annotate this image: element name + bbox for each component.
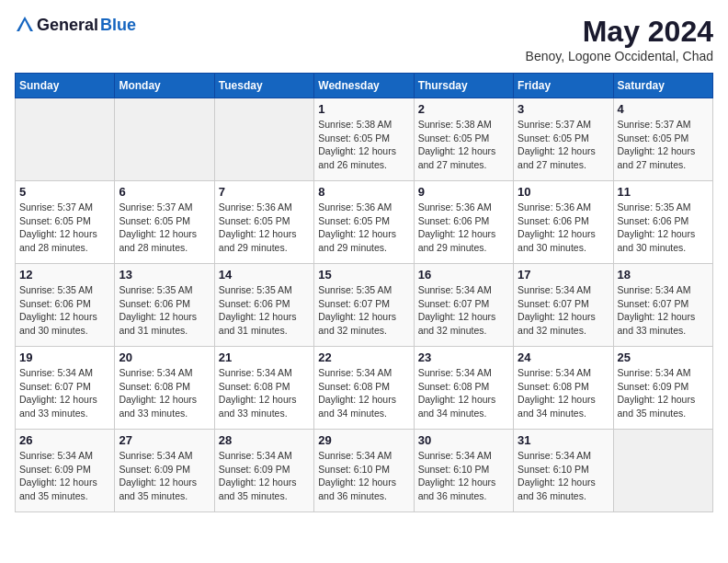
sunset-text: Sunset: 6:08 PM bbox=[219, 380, 310, 394]
daylight-text: Daylight: 12 hours and 33 minutes. bbox=[19, 393, 110, 419]
daylight-text: Daylight: 12 hours and 33 minutes. bbox=[219, 393, 310, 419]
day-info: Sunrise: 5:37 AMSunset: 6:05 PMDaylight:… bbox=[618, 118, 709, 172]
calendar-cell bbox=[613, 430, 712, 512]
daylight-text: Daylight: 12 hours and 29 minutes. bbox=[418, 227, 509, 254]
day-info: Sunrise: 5:36 AMSunset: 6:06 PMDaylight:… bbox=[518, 201, 609, 255]
day-info: Sunrise: 5:34 AMSunset: 6:08 PMDaylight:… bbox=[219, 366, 310, 420]
calendar-cell: 20Sunrise: 5:34 AMSunset: 6:08 PMDayligh… bbox=[115, 347, 214, 430]
sunrise-text: Sunrise: 5:34 AM bbox=[219, 449, 310, 463]
day-info: Sunrise: 5:37 AMSunset: 6:05 PMDaylight:… bbox=[19, 201, 110, 255]
calendar-week-row: 12Sunrise: 5:35 AMSunset: 6:06 PMDayligh… bbox=[16, 264, 713, 347]
calendar-cell: 5Sunrise: 5:37 AMSunset: 6:05 PMDaylight… bbox=[16, 181, 115, 264]
daylight-text: Daylight: 12 hours and 31 minutes. bbox=[119, 310, 210, 337]
calendar-cell: 26Sunrise: 5:34 AMSunset: 6:09 PMDayligh… bbox=[16, 430, 115, 512]
daylight-text: Daylight: 12 hours and 34 minutes. bbox=[518, 393, 609, 419]
day-number: 16 bbox=[418, 268, 509, 282]
day-info: Sunrise: 5:34 AMSunset: 6:08 PMDaylight:… bbox=[518, 366, 609, 420]
daylight-text: Daylight: 12 hours and 27 minutes. bbox=[618, 144, 709, 171]
calendar-cell: 6Sunrise: 5:37 AMSunset: 6:05 PMDaylight… bbox=[115, 181, 214, 264]
day-info: Sunrise: 5:35 AMSunset: 6:06 PMDaylight:… bbox=[618, 201, 709, 255]
daylight-text: Daylight: 12 hours and 27 minutes. bbox=[518, 144, 609, 171]
day-number: 6 bbox=[119, 185, 210, 199]
day-info: Sunrise: 5:38 AMSunset: 6:05 PMDaylight:… bbox=[318, 118, 409, 172]
sunset-text: Sunset: 6:05 PM bbox=[318, 132, 409, 145]
sunset-text: Sunset: 6:07 PM bbox=[418, 297, 509, 311]
page-header: General Blue May 2024 Benoy, Logone Occi… bbox=[15, 15, 713, 63]
daylight-text: Daylight: 12 hours and 28 minutes. bbox=[19, 227, 110, 254]
daylight-text: Daylight: 12 hours and 36 minutes. bbox=[518, 476, 609, 502]
sunrise-text: Sunrise: 5:34 AM bbox=[518, 366, 609, 380]
daylight-text: Daylight: 12 hours and 32 minutes. bbox=[318, 310, 409, 337]
daylight-text: Daylight: 12 hours and 32 minutes. bbox=[418, 310, 509, 337]
day-info: Sunrise: 5:34 AMSunset: 6:10 PMDaylight:… bbox=[318, 449, 409, 503]
calendar-cell: 8Sunrise: 5:36 AMSunset: 6:05 PMDaylight… bbox=[314, 181, 414, 264]
day-number: 15 bbox=[318, 268, 409, 282]
sunset-text: Sunset: 6:08 PM bbox=[418, 380, 509, 394]
day-number: 9 bbox=[418, 185, 509, 199]
daylight-text: Daylight: 12 hours and 28 minutes. bbox=[119, 227, 210, 254]
sunset-text: Sunset: 6:09 PM bbox=[19, 463, 110, 477]
daylight-text: Daylight: 12 hours and 29 minutes. bbox=[219, 227, 310, 254]
day-info: Sunrise: 5:38 AMSunset: 6:05 PMDaylight:… bbox=[418, 118, 509, 172]
day-number: 25 bbox=[618, 350, 709, 364]
daylight-text: Daylight: 12 hours and 36 minutes. bbox=[318, 476, 409, 502]
day-info: Sunrise: 5:34 AMSunset: 6:09 PMDaylight:… bbox=[618, 366, 709, 420]
sunrise-text: Sunrise: 5:34 AM bbox=[119, 449, 210, 463]
day-number: 28 bbox=[219, 433, 310, 447]
sunset-text: Sunset: 6:06 PM bbox=[618, 214, 709, 228]
daylight-text: Daylight: 12 hours and 30 minutes. bbox=[19, 310, 110, 337]
day-number: 5 bbox=[19, 185, 110, 199]
weekday-header-sunday: Sunday bbox=[16, 74, 115, 98]
day-info: Sunrise: 5:34 AMSunset: 6:09 PMDaylight:… bbox=[219, 449, 310, 503]
day-info: Sunrise: 5:35 AMSunset: 6:06 PMDaylight:… bbox=[219, 283, 310, 338]
day-number: 12 bbox=[19, 268, 110, 282]
day-number: 3 bbox=[518, 102, 609, 116]
day-number: 7 bbox=[219, 185, 310, 199]
day-info: Sunrise: 5:36 AMSunset: 6:06 PMDaylight:… bbox=[418, 201, 509, 255]
location-subtitle: Benoy, Logone Occidental, Chad bbox=[526, 49, 713, 63]
day-info: Sunrise: 5:34 AMSunset: 6:09 PMDaylight:… bbox=[119, 449, 210, 503]
sunset-text: Sunset: 6:06 PM bbox=[518, 214, 609, 228]
sunset-text: Sunset: 6:09 PM bbox=[618, 380, 709, 394]
day-number: 2 bbox=[418, 102, 509, 116]
day-number: 11 bbox=[618, 185, 709, 199]
calendar-cell: 21Sunrise: 5:34 AMSunset: 6:08 PMDayligh… bbox=[214, 347, 313, 430]
sunrise-text: Sunrise: 5:34 AM bbox=[618, 283, 709, 297]
day-number: 29 bbox=[318, 433, 409, 447]
sunset-text: Sunset: 6:06 PM bbox=[119, 297, 210, 311]
sunrise-text: Sunrise: 5:36 AM bbox=[418, 201, 509, 214]
calendar-cell: 3Sunrise: 5:37 AMSunset: 6:05 PMDaylight… bbox=[514, 98, 613, 181]
weekday-header-monday: Monday bbox=[115, 74, 214, 98]
sunrise-text: Sunrise: 5:36 AM bbox=[318, 201, 409, 214]
day-number: 18 bbox=[618, 268, 709, 282]
sunset-text: Sunset: 6:05 PM bbox=[19, 214, 110, 228]
daylight-text: Daylight: 12 hours and 35 minutes. bbox=[119, 476, 210, 502]
sunset-text: Sunset: 6:05 PM bbox=[219, 214, 310, 228]
daylight-text: Daylight: 12 hours and 35 minutes. bbox=[618, 393, 709, 419]
calendar-cell: 2Sunrise: 5:38 AMSunset: 6:05 PMDaylight… bbox=[414, 98, 513, 181]
sunset-text: Sunset: 6:05 PM bbox=[518, 132, 609, 145]
sunrise-text: Sunrise: 5:34 AM bbox=[418, 449, 509, 463]
day-info: Sunrise: 5:34 AMSunset: 6:08 PMDaylight:… bbox=[119, 366, 210, 420]
calendar-week-row: 19Sunrise: 5:34 AMSunset: 6:07 PMDayligh… bbox=[16, 347, 713, 430]
day-number: 19 bbox=[19, 350, 110, 364]
day-number: 21 bbox=[219, 350, 310, 364]
title-area: May 2024 Benoy, Logone Occidental, Chad bbox=[526, 15, 713, 63]
sunrise-text: Sunrise: 5:37 AM bbox=[618, 118, 709, 132]
sunrise-text: Sunrise: 5:38 AM bbox=[418, 118, 509, 132]
sunset-text: Sunset: 6:10 PM bbox=[418, 463, 509, 477]
sunrise-text: Sunrise: 5:34 AM bbox=[318, 366, 409, 380]
day-number: 20 bbox=[119, 350, 210, 364]
day-number: 13 bbox=[119, 268, 210, 282]
day-info: Sunrise: 5:34 AMSunset: 6:07 PMDaylight:… bbox=[418, 283, 509, 338]
logo-general-text: General bbox=[37, 16, 98, 35]
sunrise-text: Sunrise: 5:35 AM bbox=[618, 201, 709, 214]
calendar-cell: 25Sunrise: 5:34 AMSunset: 6:09 PMDayligh… bbox=[613, 347, 712, 430]
calendar-cell: 4Sunrise: 5:37 AMSunset: 6:05 PMDaylight… bbox=[613, 98, 712, 181]
day-number: 23 bbox=[418, 350, 509, 364]
day-info: Sunrise: 5:34 AMSunset: 6:10 PMDaylight:… bbox=[518, 449, 609, 503]
calendar-cell: 27Sunrise: 5:34 AMSunset: 6:09 PMDayligh… bbox=[115, 430, 214, 512]
sunset-text: Sunset: 6:05 PM bbox=[318, 214, 409, 228]
daylight-text: Daylight: 12 hours and 34 minutes. bbox=[318, 393, 409, 419]
calendar-cell: 1Sunrise: 5:38 AMSunset: 6:05 PMDaylight… bbox=[314, 98, 414, 181]
